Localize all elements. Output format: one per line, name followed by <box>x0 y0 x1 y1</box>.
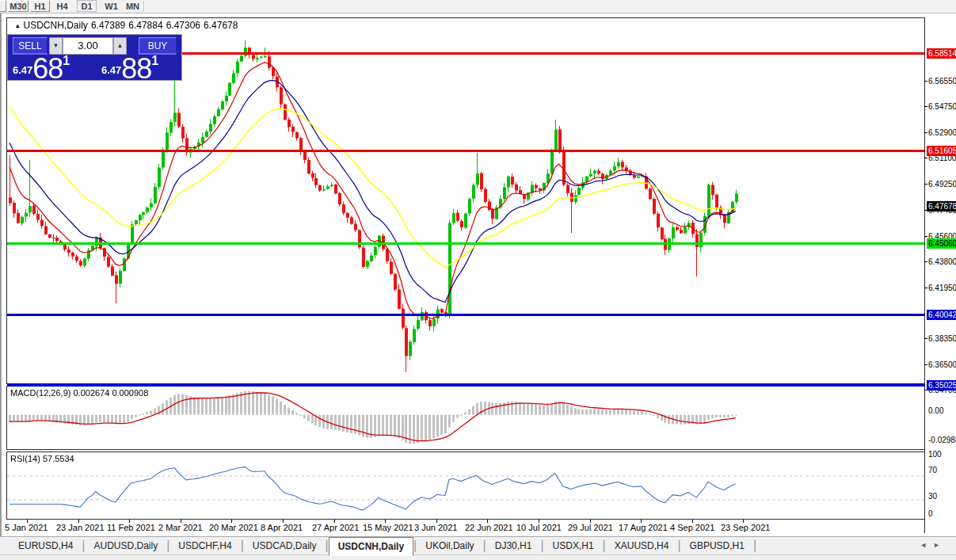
price-tick-mark <box>924 338 927 339</box>
price-tick-label: 6.49250 <box>928 180 956 189</box>
price-tick-mark <box>924 364 927 365</box>
price-tick-label: 6.43800 <box>928 257 956 266</box>
price-tick-mark <box>924 236 927 237</box>
date-tick-label: 5 Jan 2021 <box>5 523 48 532</box>
timeframe-button-M30[interactable]: M30 <box>8 0 29 12</box>
chart-title: ▴USDCNH,Daily6.473896.478846.473066.4767… <box>16 20 241 31</box>
chart-tab-usdcad-daily[interactable]: USDCAD,Daily <box>244 537 326 554</box>
rsi-label: RSI(14) 57.5534 <box>10 454 74 463</box>
ohlc-open: 6.47389 <box>91 20 125 31</box>
bottom-edge <box>0 554 956 560</box>
level-line-6.35025[interactable] <box>7 383 924 387</box>
toolbar-separator <box>143 1 145 11</box>
chart-tab-ukoil-daily[interactable]: UKOil,Daily <box>417 537 482 554</box>
sell-price[interactable]: 6.47681 <box>13 52 70 86</box>
date-tick-label: 23 Sep 2021 <box>721 523 770 532</box>
price-tick-mark <box>924 288 927 288</box>
chart-tab-xauusd-h4[interactable]: XAUUSD,H4 <box>606 537 678 554</box>
date-tick-label: 11 Feb 2021 <box>107 523 155 532</box>
price-tick-mark <box>924 184 927 185</box>
macd-scale-label: 0.00 <box>928 406 943 415</box>
price-tick-label: 6.52900 <box>928 128 956 137</box>
level-badge-6.35025: 6.35025 <box>927 380 956 390</box>
timeframe-button-H4[interactable]: H4 <box>52 0 72 12</box>
level-badge-6.58514: 6.58514 <box>927 48 956 59</box>
chart-symbol: USDCNH,Daily <box>24 20 88 31</box>
buy-price-big: 88 <box>121 52 151 85</box>
tab-separator: | <box>753 537 756 554</box>
tab-scroll-left-icon[interactable]: ◄ <box>920 541 933 549</box>
price-tick-mark <box>924 158 927 158</box>
chart-tab-usdcnh-daily[interactable]: USDCNH,Daily <box>329 537 413 556</box>
price-tick-mark <box>924 81 927 82</box>
tab-scroll-right-icon[interactable]: ► <box>933 541 946 549</box>
date-tick-label: 17 Aug 2021 <box>619 523 668 532</box>
date-tick-label: 27 Apr 2021 <box>312 523 359 532</box>
chart-tab-dj30-h1[interactable]: DJ30,H1 <box>486 537 541 554</box>
price-tick-mark <box>924 132 927 133</box>
rsi-canvas[interactable] <box>7 452 924 519</box>
ohlc-low: 6.47306 <box>166 20 200 31</box>
ohlc-high: 6.47884 <box>128 20 162 31</box>
buy-price[interactable]: 6.47881 <box>101 52 158 86</box>
collapse-triangle-icon[interactable]: ▴ <box>16 21 20 29</box>
macd-scale-label: -0.02988 <box>928 436 956 444</box>
date-axis: 5 Jan 202123 Jan 202111 Feb 20212 Mar 20… <box>2 520 924 535</box>
rsi-scale-label: 0 <box>928 509 933 518</box>
price-tick-label: 6.54750 <box>928 102 956 111</box>
timeframe-button-5[interactable]: 5 <box>0 0 6 12</box>
chart-tab-usdx-h1[interactable]: USDX,H1 <box>544 537 603 554</box>
chart-tab-audusd-daily[interactable]: AUDUSD,Daily <box>86 537 167 554</box>
level-line-6.45060[interactable] <box>7 242 924 245</box>
level-line-6.51605[interactable] <box>7 150 924 152</box>
date-tick-label: 4 Sep 2021 <box>670 523 714 532</box>
sell-price-pip: 1 <box>63 54 70 67</box>
date-tick-label: 15 May 2021 <box>363 523 413 532</box>
one-click-trade-panel: SELL ▼ 3.00 ▲ BUY 6.47681 6.47881 <box>8 35 181 80</box>
timeframe-toolbar: 5M30H1H4D1W1MN <box>0 0 956 13</box>
date-tick-label: 3 Jun 2021 <box>414 523 457 532</box>
date-tick-label: 29 Jul 2021 <box>568 523 613 532</box>
price-tick-mark <box>924 261 927 262</box>
level-line-6.40042[interactable] <box>7 314 924 316</box>
sell-price-big: 68 <box>32 52 63 85</box>
rsi-pane: RSI(14) 57.5534 <box>6 451 925 520</box>
chart-tab-gbpusd-h1[interactable]: GBPUSD,H1 <box>681 537 753 554</box>
rsi-scale-label: 70 <box>928 466 937 474</box>
macd-pane: MACD(12,26,9) 0.002674 0.000908 <box>6 386 925 450</box>
rsi-scale-label: 100 <box>928 450 942 459</box>
level-badge-6.45060: 6.45060 <box>927 238 956 249</box>
date-tick-label: 23 Jan 2021 <box>56 523 105 532</box>
timeframe-button-MN[interactable]: MN <box>123 0 143 12</box>
rsi-scale-label: 30 <box>928 492 937 501</box>
price-tick-label: 6.36500 <box>928 360 956 369</box>
current-price-badge: 6.47678 <box>927 201 956 211</box>
timeframe-button-D1[interactable]: D1 <box>77 0 97 12</box>
date-tick-label: 20 Mar 2021 <box>209 523 258 532</box>
date-tick-label: 10 Jul 2021 <box>516 523 562 532</box>
mt4-window: 5M30H1H4D1W1MN MACD(12,26,9) 0.002674 0.… <box>0 0 956 560</box>
date-tick-label: 22 Jun 2021 <box>465 523 513 532</box>
level-badge-6.51605: 6.51605 <box>927 146 956 156</box>
price-tick-label: 6.41950 <box>928 284 956 292</box>
price-tick-mark <box>924 106 927 107</box>
price-tick-label: 6.38350 <box>928 334 956 343</box>
chart-tab-bar: EURUSD,H4|AUDUSD,Daily|USDCHF,H4|USDCAD,… <box>0 536 956 555</box>
chart-tab-usdchf-h4[interactable]: USDCHF,H4 <box>169 537 240 554</box>
sell-price-prefix: 6.47 <box>13 64 32 76</box>
chart-window: MACD(12,26,9) 0.002674 0.000908 RSI(14) … <box>0 13 956 536</box>
buy-price-pip: 1 <box>151 54 158 67</box>
level-badge-6.40042: 6.40042 <box>927 310 956 320</box>
tab-scroll-arrows: ◄► <box>920 541 946 549</box>
buy-price-prefix: 6.47 <box>101 64 121 76</box>
timeframe-button-H1[interactable]: H1 <box>30 0 50 12</box>
ohlc-close: 6.47678 <box>204 20 238 31</box>
price-tick-label: 6.56550 <box>928 77 956 86</box>
date-tick-label: 8 Apr 2021 <box>261 523 303 532</box>
tabs-holder: EURUSD,H4|AUDUSD,Daily|USDCHF,H4|USDCAD,… <box>0 537 956 556</box>
macd-label: MACD(12,26,9) 0.002674 0.000908 <box>10 388 148 398</box>
date-tick-label: 2 Mar 2021 <box>158 523 203 532</box>
chart-tab-eurusd-h4[interactable]: EURUSD,H4 <box>10 537 82 554</box>
timeframe-button-W1[interactable]: W1 <box>101 0 121 12</box>
